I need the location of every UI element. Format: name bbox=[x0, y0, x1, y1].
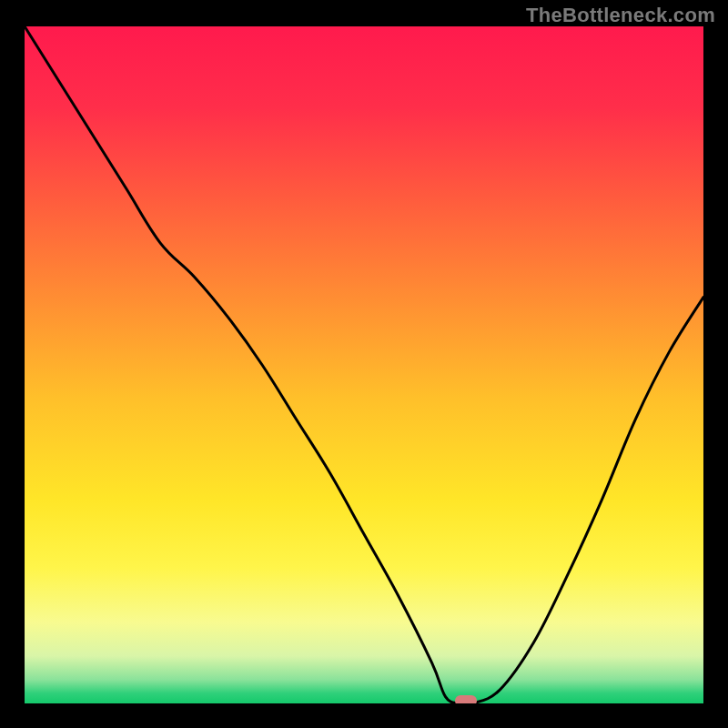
chart-container: TheBottleneck.com bbox=[0, 0, 728, 728]
attribution-label: TheBottleneck.com bbox=[526, 4, 715, 27]
optimal-marker bbox=[455, 695, 477, 703]
bottleneck-curve bbox=[25, 26, 703, 703]
plot-area bbox=[25, 26, 703, 703]
